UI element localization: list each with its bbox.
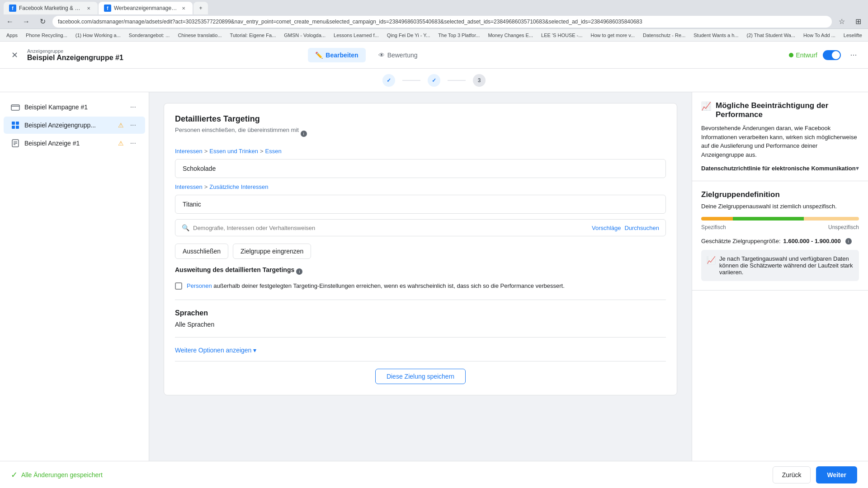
personen-link[interactable]: Personen <box>187 282 212 289</box>
svg-rect-0 <box>11 105 19 110</box>
step-sep-1 <box>402 80 420 81</box>
back-button[interactable]: ← <box>4 15 16 28</box>
bookmark-qing[interactable]: Qing Fei De Yi - Y... <box>384 32 433 39</box>
tab-close-2[interactable]: ✕ <box>180 5 187 12</box>
sidebar-item-anzeige[interactable]: Beispiel Anzeige #1 ⚠ ··· <box>4 135 145 152</box>
bookmark-2student[interactable]: (2) That Student Wa... <box>744 32 798 39</box>
reload-button[interactable]: ↻ <box>36 15 49 28</box>
search-icon: 🔍 <box>182 224 189 231</box>
grid-icon <box>11 121 20 130</box>
check-icon: ✓ <box>11 470 18 480</box>
kampagne-label: Beispiel Kampagne #1 <box>24 103 124 111</box>
tab-favicon-2: f <box>104 5 111 12</box>
kampagne-more[interactable]: ··· <box>128 102 138 112</box>
ausweitung-info-icon[interactable]: i <box>296 268 302 275</box>
bookmark-money[interactable]: Money Changes E... <box>485 32 536 39</box>
step-circle-3: 3 <box>473 74 486 87</box>
close-button[interactable]: ✕ <box>7 48 22 62</box>
edit-icon: ✏️ <box>315 52 323 59</box>
bookmark-button[interactable]: ☆ <box>835 15 848 28</box>
extensions-button[interactable]: ⊞ <box>852 15 864 28</box>
section-title: Detailliertes Targeting <box>175 114 666 124</box>
weiter-button[interactable]: Weiter <box>816 466 857 483</box>
performance-text: Bevorstehende Änderungen daran, wie Face… <box>701 124 859 159</box>
save-zielung-button[interactable]: Diese Zielung speichern <box>375 369 466 384</box>
bookmark-student[interactable]: Student Wants a h... <box>691 32 741 39</box>
step-circle-1: ✓ <box>382 74 395 87</box>
svg-rect-4 <box>16 126 19 129</box>
tab-facebook-marketing[interactable]: f Facebook Marketing & Werbe... ✕ <box>4 2 98 14</box>
estimate-info-icon[interactable]: i <box>845 238 852 244</box>
anzeige-more[interactable]: ··· <box>128 138 138 148</box>
tab-werbeanzeigen[interactable]: f Werbeanzeigenmanager - We... ✕ <box>99 2 193 14</box>
bookmark-add[interactable]: How To Add ... <box>801 32 838 39</box>
bewertung-button[interactable]: 👁 Bewertung <box>371 48 425 62</box>
breadcrumb-link-interessen1[interactable]: Interessen <box>175 148 203 155</box>
zuruck-button[interactable]: Zurück <box>773 466 811 483</box>
step-1: ✓ <box>375 74 402 87</box>
bookmark-phone[interactable]: Phone Recycling... <box>23 32 70 39</box>
breadcrumb-link-essen[interactable]: Essen <box>265 148 282 155</box>
toggle-switch[interactable] <box>823 50 841 60</box>
bearbeiten-button[interactable]: ✏️ Bearbeiten <box>308 48 365 62</box>
datenschutz-expand-row[interactable]: Datenschutzrichtlinie für elektronische … <box>701 159 859 172</box>
zielgruppe-eingrenzen-button[interactable]: Zielgruppe eingrenzen <box>233 244 311 259</box>
variieren-box: 📈 Je nach Targetingauswahl und verfügbar… <box>701 250 859 281</box>
bookmark-chinese[interactable]: Chinese translatio... <box>175 32 224 39</box>
content-area: Beispiel Kampagne #1 ··· Beispiel Anzeig… <box>0 92 868 472</box>
entwurf-badge: Entwurf <box>789 52 817 59</box>
bookmark-lese[interactable]: Leselifte <box>841 32 865 39</box>
bookmark-lee[interactable]: LEE 'S HOUSE -... <box>538 32 585 39</box>
tab-close-1[interactable]: ✕ <box>85 5 92 12</box>
url-bar[interactable]: facebook.com/adsmanager/manage/adsets/ed… <box>52 16 832 28</box>
bookmark-daten[interactable]: Datenschutz - Re... <box>640 32 688 39</box>
page-title: Beispiel Anzeigengruppe #1 <box>27 54 123 62</box>
bookmark-lessons[interactable]: Lessons Learned f... <box>331 32 382 39</box>
bookmark-tutorial[interactable]: Tutorial: Eigene Fa... <box>227 32 279 39</box>
bookmark-gmsn[interactable]: GMSN - Vologda... <box>281 32 328 39</box>
breadcrumb-sep-2a: > <box>204 183 208 190</box>
bookmark-how-working[interactable]: (1) How Working a... <box>73 32 123 39</box>
more-icon: ··· <box>850 50 857 60</box>
ausweitung-section: Ausweitung des detaillierten Targetings … <box>175 266 666 291</box>
interest-label-schokolade: Schokolade <box>183 165 216 172</box>
sidebar: Beispiel Kampagne #1 ··· Beispiel Anzeig… <box>0 92 149 472</box>
tab-favicon-1: f <box>9 5 16 12</box>
sidebar-item-kampagne[interactable]: Beispiel Kampagne #1 ··· <box>4 99 145 116</box>
search-box[interactable]: 🔍 Vorschläge Durchsuchen <box>175 219 666 236</box>
interest-box-titanic: Titanic <box>175 195 666 214</box>
zielgruppe-subtitle: Deine Zielgruppenauswahl ist ziemlich un… <box>701 203 859 210</box>
anzeigengruppe-more[interactable]: ··· <box>128 120 138 130</box>
saved-label: Alle Änderungen gespeichert <box>21 471 103 479</box>
more-options-button[interactable]: ··· <box>846 48 861 62</box>
bookmark-top3[interactable]: The Top 3 Platfor... <box>435 32 482 39</box>
progress-label-left: Spezifisch <box>701 224 726 230</box>
step-3: 3 <box>466 74 493 87</box>
mehr-optionen-button[interactable]: Weitere Optionen anzeigen ▾ <box>175 347 256 354</box>
breadcrumb-link-interessen2[interactable]: Interessen <box>175 183 203 190</box>
save-row: Diese Zielung speichern <box>175 361 666 384</box>
bookmark-more[interactable]: How to get more v... <box>588 32 637 39</box>
datenschutz-label: Datenschutzrichtlinie für elektronische … <box>701 165 856 172</box>
vorschlaege-button[interactable]: Vorschläge <box>592 225 621 231</box>
search-input[interactable] <box>193 225 588 231</box>
breadcrumb-link-zusaetzlich[interactable]: Zusätzliche Interessen <box>209 183 268 190</box>
durchsuchen-button[interactable]: Durchsuchen <box>624 225 659 231</box>
progress-segment-high <box>804 217 859 221</box>
breadcrumb-link-essen-trinken[interactable]: Essen und Trinken <box>209 148 258 155</box>
anzeige-warning: ⚠ <box>118 140 124 147</box>
address-bar: ← → ↻ facebook.com/adsmanager/manage/ads… <box>0 14 868 29</box>
page-category: Anzeigengruppe <box>27 48 123 54</box>
sprachen-value: Alle Sprachen <box>175 321 666 328</box>
toggle-knob <box>832 51 840 59</box>
sidebar-item-anzeigengruppe[interactable]: Beispiel Anzeigengrupp... ⚠ ··· <box>4 117 145 134</box>
ausweitung-text: Personen außerhalb deiner festgelegten T… <box>187 282 565 291</box>
ausschliessen-button[interactable]: Ausschließen <box>175 244 228 259</box>
tab-new[interactable]: + <box>193 2 208 14</box>
targeting-section: Detailliertes Targeting Personen einschl… <box>164 103 677 395</box>
bookmark-apps[interactable]: Apps <box>4 32 20 39</box>
subtitle-info-icon[interactable]: i <box>301 131 307 137</box>
ausweitung-checkbox[interactable] <box>175 282 182 290</box>
bookmark-sonder[interactable]: Sonderangebot: ... <box>126 32 173 39</box>
forward-button[interactable]: → <box>20 15 33 28</box>
